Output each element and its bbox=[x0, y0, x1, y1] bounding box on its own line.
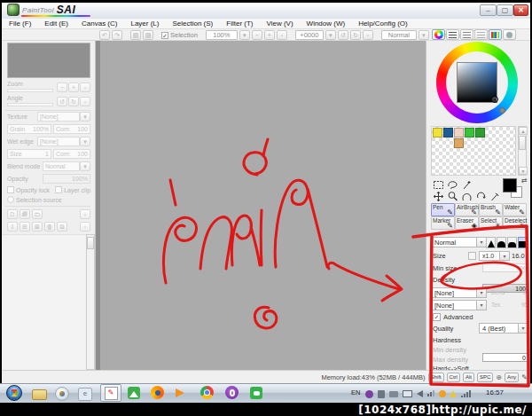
selection-decrement-icon[interactable]: ▨ bbox=[143, 30, 153, 40]
size-multiplier-select[interactable]: x1.0 bbox=[479, 251, 500, 261]
swatch-dark-green[interactable] bbox=[475, 128, 485, 137]
delete-layer-icon[interactable]: 🗑 bbox=[44, 222, 55, 232]
navigator-zoom-slider[interactable] bbox=[7, 89, 53, 92]
tool-pen[interactable]: Pen✎ bbox=[431, 203, 455, 216]
tray-opera-icon[interactable] bbox=[365, 390, 373, 398]
tray-network-icon[interactable] bbox=[427, 390, 434, 396]
texture-com-slider[interactable]: Com: 100 bbox=[53, 124, 90, 134]
rotate-cw-icon[interactable]: ↻ bbox=[350, 30, 361, 40]
taskbar-firefox-icon[interactable] bbox=[151, 386, 165, 400]
layer-list-scroll-top-icon[interactable]: ▫ bbox=[80, 222, 90, 232]
hardness-slider[interactable]: 0 bbox=[482, 353, 528, 362]
nav-zoom-out-icon[interactable]: − bbox=[57, 82, 67, 92]
layer-list[interactable] bbox=[2, 234, 87, 371]
foreground-color-chip[interactable] bbox=[503, 178, 517, 192]
eyedropper-icon[interactable] bbox=[489, 191, 501, 202]
sv-picker-cursor[interactable]: + bbox=[491, 96, 498, 103]
rect-select-icon[interactable] bbox=[433, 179, 444, 191]
tool-deselect[interactable]: Deselect✳ bbox=[503, 216, 527, 230]
close-button[interactable]: ✕ bbox=[513, 4, 528, 16]
undo-icon[interactable]: ↶ bbox=[99, 30, 110, 40]
selection-increment-icon[interactable]: ▧ bbox=[130, 30, 141, 40]
swatch-blue[interactable] bbox=[443, 128, 453, 137]
rotate-reset-icon[interactable]: ▫ bbox=[363, 30, 373, 40]
title-bar[interactable] bbox=[2, 3, 530, 20]
tray-signal-icon[interactable] bbox=[461, 390, 471, 397]
tool-water[interactable]: Water✎ bbox=[503, 203, 527, 216]
layer-list-scroll-thumb[interactable] bbox=[87, 237, 94, 249]
navigator-angle-slider[interactable] bbox=[7, 103, 53, 106]
hue-ring-cursor[interactable] bbox=[499, 107, 505, 114]
new-vector-layer-icon[interactable]: 🗊 bbox=[20, 209, 30, 219]
merge-down-icon[interactable]: ⊞ bbox=[20, 222, 30, 232]
rotate-ccw-icon[interactable]: ↺ bbox=[338, 30, 348, 40]
move-tool-icon[interactable] bbox=[433, 191, 444, 202]
tray-alert-icon[interactable] bbox=[439, 390, 446, 397]
rotate-value-field[interactable]: +0000 bbox=[295, 30, 324, 40]
tray-usb-icon[interactable] bbox=[378, 390, 385, 398]
tray-display-icon[interactable] bbox=[403, 390, 412, 397]
maximize-button[interactable]: ▢ bbox=[497, 4, 513, 16]
clear-layer-icon[interactable]: ⊠ bbox=[32, 222, 43, 232]
zoom-out-icon[interactable]: − bbox=[252, 30, 262, 40]
wet-edge-select[interactable]: [None] bbox=[37, 137, 80, 146]
tray-volume-icon[interactable] bbox=[417, 390, 423, 397]
nav-rotate-ccw-icon[interactable]: ↺ bbox=[57, 97, 67, 106]
taskbar-photo-viewer-icon[interactable] bbox=[128, 386, 142, 400]
lasso-icon[interactable] bbox=[447, 179, 458, 191]
swatch-pink[interactable] bbox=[454, 128, 464, 137]
advanced-checkbox[interactable]: ✓ bbox=[433, 313, 441, 321]
blend-mode-select[interactable]: Normal bbox=[43, 161, 80, 171]
opacity-lock-checkbox[interactable] bbox=[7, 186, 14, 193]
new-layer-icon[interactable]: 🗋 bbox=[7, 209, 18, 219]
brush-edge-triangle[interactable] bbox=[486, 237, 496, 248]
selection-source-radio[interactable] bbox=[7, 196, 14, 203]
tray-shield-icon[interactable] bbox=[450, 390, 457, 397]
brush-edge-round[interactable] bbox=[497, 237, 506, 248]
texture-select[interactable]: [None] bbox=[37, 112, 80, 122]
tool-airbrush[interactable]: AirBrush✎ bbox=[455, 203, 479, 216]
nav-rotate-cw-icon[interactable]: ↻ bbox=[68, 97, 79, 106]
tool-select[interactable]: Select✳ bbox=[479, 216, 503, 230]
nav-zoom-in-icon[interactable]: + bbox=[68, 82, 79, 92]
texture-dropdown-arrow-icon[interactable]: ▾ bbox=[80, 112, 90, 122]
swatch-scrollbar[interactable]: ▲ ▼ bbox=[518, 126, 527, 176]
tray-battery-icon[interactable] bbox=[389, 391, 398, 397]
brush-edge-square[interactable] bbox=[518, 237, 528, 248]
nav-rotate-reset-icon[interactable]: ▫ bbox=[80, 97, 90, 106]
magic-wand-icon[interactable] bbox=[461, 179, 473, 191]
wet-com-slider[interactable]: Com: 100 bbox=[53, 149, 90, 159]
navigator-preview[interactable] bbox=[7, 43, 90, 78]
menu-filter[interactable]: Filter (T) bbox=[226, 20, 253, 27]
taskbar-app-icon[interactable]: e bbox=[78, 386, 92, 400]
taskbar-orange-app-icon[interactable] bbox=[176, 386, 190, 400]
swatch-tan[interactable] bbox=[454, 138, 464, 148]
transfer-down-icon[interactable]: ⇩ bbox=[7, 222, 18, 232]
minimize-button[interactable]: – bbox=[480, 4, 497, 16]
size-unit-button[interactable] bbox=[468, 252, 476, 260]
menu-edit[interactable]: Edit (E) bbox=[44, 20, 68, 27]
wet-edge-dropdown-arrow-icon[interactable]: ▾ bbox=[80, 137, 90, 146]
blend-dropdown-arrow-icon[interactable]: ▾ bbox=[80, 161, 90, 171]
layer-list-scrollbar[interactable] bbox=[86, 234, 95, 370]
rotate-dropdown-arrow-icon[interactable]: ▾ bbox=[325, 30, 336, 40]
swatches-panel-icon[interactable] bbox=[489, 29, 502, 40]
paint-mode-select[interactable]: Normal bbox=[381, 30, 417, 40]
layer-opacity-slider[interactable]: 100% bbox=[43, 174, 90, 184]
tool-eraser[interactable]: Eraser◈ bbox=[455, 216, 479, 230]
swatch-scroll-thumb[interactable] bbox=[519, 136, 526, 150]
wet-size-slider[interactable]: Size 1 bbox=[7, 149, 51, 159]
swatch-yellow[interactable] bbox=[433, 128, 442, 137]
scratchpad-panel-icon[interactable] bbox=[503, 29, 516, 40]
brush-edge-dome[interactable] bbox=[507, 237, 517, 248]
zoom-value-field[interactable]: 100% bbox=[206, 30, 238, 40]
brush-blend-mode-select[interactable]: Normal bbox=[431, 237, 477, 247]
rgb-sliders-panel-icon[interactable] bbox=[446, 29, 459, 40]
redo-icon[interactable]: ↷ bbox=[112, 30, 122, 40]
hsv-sliders-panel-icon[interactable] bbox=[460, 29, 473, 40]
selection-checkbox[interactable]: ✓ bbox=[161, 32, 168, 39]
nav-zoom-reset-icon[interactable]: ▫ bbox=[80, 82, 90, 92]
taskbar-clock[interactable]: 16:57 bbox=[486, 389, 504, 396]
slot1-arrow-icon[interactable]: ▾ bbox=[477, 287, 487, 298]
swatch-scroll-down-icon[interactable]: ▼ bbox=[519, 167, 528, 175]
